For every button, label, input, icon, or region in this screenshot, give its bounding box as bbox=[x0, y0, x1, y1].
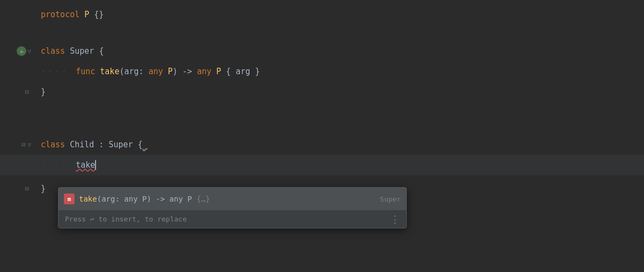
line-empty-3 bbox=[0, 118, 644, 134]
keyword-protocol: protocol bbox=[41, 10, 84, 19]
kw-class: class bbox=[41, 46, 70, 56]
class-child-name: Child bbox=[70, 140, 94, 149]
autocomplete-signature: take(arg: any P) -> any P {…} bbox=[79, 195, 375, 203]
fold-indicator-child: ⊟ bbox=[21, 141, 25, 148]
arrow-1: -> bbox=[182, 67, 192, 76]
body-close: } bbox=[250, 67, 260, 76]
gutter-close-child: ⊟ bbox=[0, 185, 36, 192]
code-child: class Child : Super {_ bbox=[36, 140, 644, 149]
close-brace-child: } bbox=[41, 184, 46, 194]
fold-indicator-close: ⊟ bbox=[25, 185, 29, 192]
close-brace-super: } bbox=[41, 87, 46, 97]
autocomplete-item-take[interactable]: m take(arg: any P) -> any P {…} Super bbox=[58, 188, 406, 210]
autocomplete-source: Super bbox=[380, 195, 401, 203]
line-class-super: ▶ ▽ class Super { bbox=[0, 41, 644, 61]
fold-arrow-child[interactable]: ▽ bbox=[27, 141, 31, 148]
colon: : bbox=[139, 67, 149, 76]
brace-open: { bbox=[99, 46, 104, 56]
code-func: ···· func take(arg: any P) -> any P { ar… bbox=[36, 67, 644, 76]
indent-child: ···· bbox=[41, 160, 76, 170]
gutter-super: ▶ ▽ bbox=[0, 46, 36, 56]
p-ref-1: P bbox=[168, 67, 173, 76]
line-class-child: ⊟ ▽ class Child : Super {_ bbox=[0, 134, 644, 155]
class-super-name: Super bbox=[70, 46, 99, 56]
line-empty-2 bbox=[0, 102, 644, 118]
line-take-active[interactable]: ···· take bbox=[0, 155, 644, 175]
fold-arrow-super[interactable]: ▽ bbox=[27, 48, 31, 55]
text-cursor bbox=[95, 160, 96, 170]
ac-params: (arg: any P) -> any P bbox=[97, 195, 196, 203]
colon-inherit: : bbox=[94, 140, 108, 149]
kw-class-2: class bbox=[41, 140, 70, 149]
arg-ref: arg bbox=[236, 67, 250, 76]
method-badge: m bbox=[64, 194, 75, 204]
paren-close: ) bbox=[173, 67, 182, 76]
kw-func: func bbox=[76, 67, 100, 76]
func-name-take: take bbox=[100, 67, 119, 76]
child-brace-open: { bbox=[138, 140, 143, 149]
arg-label: arg bbox=[124, 67, 138, 76]
run-icon: ▶ bbox=[17, 46, 26, 56]
kw-any-2: any bbox=[192, 67, 216, 76]
code-1: protocol P {} bbox=[36, 10, 644, 19]
line-func-take: ···· func take(arg: any P) -> any P { ar… bbox=[0, 61, 644, 82]
paren-open: ( bbox=[119, 67, 124, 76]
p-ref-2: P bbox=[216, 67, 221, 76]
code-editor: protocol P {} ▶ ▽ class Super { ···· fun… bbox=[0, 0, 644, 272]
code-take: ···· take bbox=[36, 160, 644, 170]
class-super-ref: Super bbox=[108, 140, 137, 149]
protocol-name: P bbox=[84, 10, 89, 19]
footer-hint: Press ↩ to insert, to replace bbox=[65, 215, 187, 223]
body-open: { bbox=[221, 67, 236, 76]
indent-super: ···· bbox=[41, 67, 76, 76]
autocomplete-footer: Press ↩ to insert, to replace ⋮ bbox=[58, 210, 406, 228]
line-protocol: protocol P {} bbox=[0, 4, 644, 25]
kw-any-1: any bbox=[149, 67, 168, 76]
more-options-button[interactable]: ⋮ bbox=[390, 213, 400, 225]
gutter-close-super: ⊟ bbox=[0, 88, 36, 96]
child-underscore: _ bbox=[143, 140, 148, 149]
autocomplete-dropdown: m take(arg: any P) -> any P {…} Super Pr… bbox=[58, 187, 407, 228]
run-arrow: ▶ bbox=[20, 48, 24, 54]
gutter-child: ⊟ ▽ bbox=[0, 141, 36, 148]
take-input: take bbox=[76, 160, 95, 170]
line-close-super: ⊟ } bbox=[0, 82, 644, 102]
punct: {} bbox=[89, 10, 104, 19]
ac-body-ellipsis: {…} bbox=[196, 195, 210, 203]
code-close-super: } bbox=[36, 87, 644, 97]
fold-indicator-super: ⊟ bbox=[25, 88, 29, 96]
code-super: class Super { bbox=[36, 46, 644, 56]
line-empty-1 bbox=[0, 25, 644, 41]
ac-func-name: take bbox=[79, 195, 97, 203]
